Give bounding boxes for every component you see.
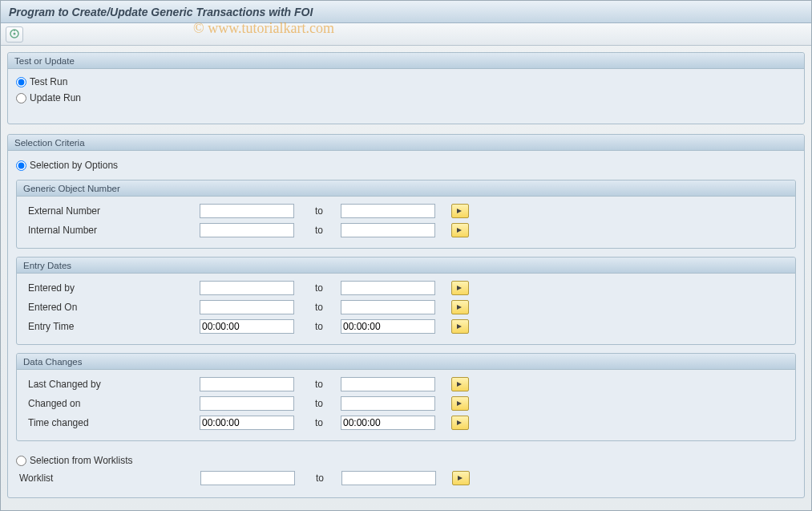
to-label: to <box>294 302 341 313</box>
label-worklist: Worklist <box>16 472 200 484</box>
group-entry-dates: Entry Dates Entered by to Entered On <box>16 257 796 345</box>
input-entered-on-from[interactable] <box>200 300 294 314</box>
radio-update-run-label: Update Run <box>30 92 81 103</box>
input-internal-number-from[interactable] <box>200 223 294 237</box>
row-last-changed-by: Last Changed by to <box>25 375 787 394</box>
input-last-changed-by-from[interactable] <box>200 377 294 391</box>
multiple-selection-button[interactable] <box>451 281 469 295</box>
multiple-selection-button[interactable] <box>451 416 469 430</box>
input-time-changed-to[interactable] <box>341 416 435 430</box>
group-data-changes: Data Changes Last Changed by to Changed … <box>16 353 796 441</box>
radio-selection-by-options[interactable]: Selection by Options <box>16 157 796 173</box>
row-internal-number: Internal Number to <box>25 221 787 240</box>
to-label: to <box>295 472 341 484</box>
row-external-number: External Number to <box>25 201 787 221</box>
multiple-selection-button[interactable] <box>451 396 469 411</box>
arrow-right-icon <box>456 208 464 214</box>
group-header-test-update: Test or Update <box>8 53 804 69</box>
label-time-changed: Time changed <box>25 417 200 428</box>
group-header-gon: Generic Object Number <box>17 180 795 197</box>
input-entry-time-from[interactable] <box>200 319 294 334</box>
label-entered-on: Entered On <box>25 302 200 313</box>
row-entered-by: Entered by to <box>25 278 787 298</box>
arrow-right-icon <box>456 304 464 310</box>
watermark: © www.tutorialkart.com <box>193 20 334 37</box>
input-worklist-to[interactable] <box>341 471 436 485</box>
input-worklist-from[interactable] <box>200 471 295 485</box>
input-changed-on-from[interactable] <box>200 396 294 411</box>
label-internal-number: Internal Number <box>25 225 200 236</box>
radio-test-run-label: Test Run <box>30 76 67 87</box>
row-entry-time: Entry Time to <box>25 317 787 336</box>
group-header-entry-dates: Entry Dates <box>17 258 795 274</box>
to-label: to <box>294 225 341 236</box>
worklist-section: Selection from Worklists Worklist to <box>8 452 804 493</box>
group-header-selection-criteria: Selection Criteria <box>8 135 804 151</box>
input-external-number-from[interactable] <box>200 204 294 218</box>
multiple-selection-button[interactable] <box>451 204 469 218</box>
multiple-selection-button[interactable] <box>451 377 469 391</box>
row-changed-on: Changed on to <box>25 394 787 413</box>
input-time-changed-from[interactable] <box>200 416 294 430</box>
group-generic-object-number: Generic Object Number External Number to… <box>16 180 796 249</box>
input-last-changed-by-to[interactable] <box>341 377 435 391</box>
page-title: Program to Create/Update Generic Transac… <box>9 6 313 18</box>
row-time-changed: Time changed to <box>25 413 787 432</box>
arrow-right-icon <box>456 285 464 291</box>
label-last-changed-by: Last Changed by <box>25 379 200 390</box>
titlebar: Program to Create/Update Generic Transac… <box>1 1 811 23</box>
arrow-right-icon <box>456 381 464 387</box>
multiple-selection-button[interactable] <box>451 300 469 314</box>
input-external-number-to[interactable] <box>341 204 435 218</box>
execute-icon <box>10 29 19 40</box>
radio-by-options-input[interactable] <box>16 160 26 171</box>
content-area: Test or Update Test Run Update Run Selec… <box>1 46 811 511</box>
group-test-or-update: Test or Update Test Run Update Run <box>7 52 805 124</box>
radio-test-run-input[interactable] <box>16 77 26 87</box>
input-entered-by-to[interactable] <box>341 281 435 295</box>
arrow-right-icon <box>456 323 464 330</box>
arrow-right-icon <box>456 227 464 233</box>
row-entered-on: Entered On to <box>25 298 787 317</box>
to-label: to <box>294 379 341 390</box>
radio-test-run[interactable]: Test Run <box>16 74 796 90</box>
input-changed-on-to[interactable] <box>341 396 435 411</box>
to-label: to <box>294 321 341 332</box>
to-label: to <box>294 417 341 428</box>
execute-button[interactable] <box>6 26 23 43</box>
radio-update-run[interactable]: Update Run <box>16 90 796 106</box>
label-changed-on: Changed on <box>25 398 200 409</box>
group-header-data-changes: Data Changes <box>17 354 795 370</box>
toolbar: © www.tutorialkart.com <box>1 23 811 46</box>
input-entered-on-to[interactable] <box>341 300 435 314</box>
to-label: to <box>294 282 341 294</box>
row-worklist: Worklist to <box>16 468 796 488</box>
input-entered-by-from[interactable] <box>200 281 294 295</box>
to-label: to <box>294 398 341 409</box>
label-entry-time: Entry Time <box>25 321 200 332</box>
multiple-selection-button[interactable] <box>451 223 469 237</box>
input-entry-time-to[interactable] <box>341 319 435 334</box>
arrow-right-icon <box>456 400 464 407</box>
radio-by-options-label: Selection by Options <box>30 160 118 171</box>
multiple-selection-button[interactable] <box>451 319 469 334</box>
arrow-right-icon <box>456 420 464 426</box>
multiple-selection-button[interactable] <box>452 471 470 485</box>
label-entered-by: Entered by <box>25 282 200 294</box>
radio-selection-from-worklists[interactable]: Selection from Worklists <box>16 452 796 468</box>
group-selection-criteria: Selection Criteria Selection by Options … <box>7 134 805 498</box>
input-internal-number-to[interactable] <box>341 223 435 237</box>
sap-window: Program to Create/Update Generic Transac… <box>0 0 812 511</box>
svg-point-1 <box>14 32 16 34</box>
label-external-number: External Number <box>25 205 200 217</box>
radio-from-worklists-input[interactable] <box>16 456 26 466</box>
arrow-right-icon <box>457 475 465 481</box>
to-label: to <box>294 205 341 217</box>
radio-update-run-input[interactable] <box>16 93 26 103</box>
radio-from-worklists-label: Selection from Worklists <box>30 455 132 466</box>
